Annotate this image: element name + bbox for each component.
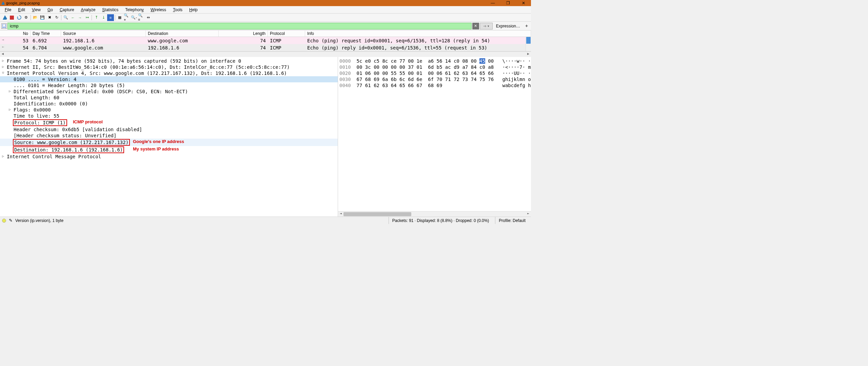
menu-statistics[interactable]: Statistics	[99, 7, 122, 13]
col-no[interactable]: No	[0, 30, 31, 37]
menu-tools[interactable]: Tools	[170, 7, 186, 13]
filter-apply-button[interactable]: ➔▾	[480, 23, 493, 29]
tree-item[interactable]: Time to live: 55	[0, 113, 338, 119]
menu-view[interactable]: View	[28, 7, 44, 13]
maximize-button[interactable]: ❐	[500, 0, 516, 6]
hex-row[interactable]: 0030 67 68 69 6a 6b 6c 6d 6e 6f 70 71 72…	[339, 76, 530, 82]
hex-row[interactable]: 0000 5c e0 c5 8c ce 77 00 1e a6 56 14 c0…	[339, 58, 530, 64]
display-filter-input[interactable]	[7, 23, 472, 29]
title-bar: google_ping.pcapng — ❐ ✕	[0, 0, 531, 6]
packet-row[interactable]: 70 7.700 192.168.1.6 www.google.com 74 I…	[0, 51, 531, 52]
col-time[interactable]: Day Time	[31, 30, 61, 37]
packet-details[interactable]: ▷Frame 54: 74 bytes on wire (592 bits), …	[0, 57, 338, 217]
tree-item[interactable]: ▽Internet Protocol Version 4, Src: www.g…	[0, 70, 338, 76]
highlight-box: Protocol: ICMP (1)	[13, 119, 67, 126]
start-capture-icon[interactable]	[1, 14, 8, 21]
toolbar: ⚙ 📂 💾 ✖ ↻ 🔍 ← → ↦ ⤒ ⤓ ≡ ▦ 🔍+ 🔍- 🔍= ⇔	[0, 14, 531, 22]
filter-clear-icon[interactable]: ✕	[472, 23, 479, 29]
menu-help[interactable]: Help	[186, 7, 201, 13]
menu-edit[interactable]: Edit	[15, 7, 28, 13]
status-bar: ✎ Version (ip.version), 1 byte Packets: …	[0, 217, 531, 224]
menu-wireless[interactable]: Wireless	[147, 7, 170, 13]
filter-expression-button[interactable]: Expression…	[493, 24, 523, 28]
menu-telephony[interactable]: Telephony	[122, 7, 147, 13]
tree-item[interactable]: Source: www.google.com (172.217.167.132)…	[0, 139, 338, 146]
filter-bookmark-icon[interactable]	[1, 23, 7, 29]
go-first-icon[interactable]: ⤒	[93, 14, 100, 21]
colorize-icon[interactable]: ▦	[116, 14, 123, 21]
zoom-out-icon[interactable]: 🔍-	[131, 14, 137, 21]
edit-icon[interactable]: ✎	[9, 218, 13, 223]
autoscroll-icon[interactable]: ≡	[107, 14, 114, 21]
annotation: Google's one IP address	[133, 139, 184, 144]
capture-options-icon[interactable]: ⚙	[23, 14, 29, 21]
col-destination[interactable]: Destination	[146, 30, 219, 37]
col-info[interactable]: Info	[305, 30, 531, 37]
open-file-icon[interactable]: 📂	[32, 14, 39, 21]
tree-item[interactable]: .... 0101 = Header Length: 20 bytes (5)	[0, 82, 338, 88]
expand-icon[interactable]: ▷	[2, 59, 4, 62]
packet-row[interactable]: 53 6.692 192.168.1.6 www.google.com 74 I…	[0, 37, 531, 44]
tree-item[interactable]: Identification: 0x0000 (0)	[0, 101, 338, 107]
restart-capture-icon[interactable]	[16, 14, 22, 21]
col-protocol[interactable]: Protocol	[268, 30, 305, 37]
status-profile[interactable]: Profile: Default	[495, 217, 529, 224]
annotation: My system IP address	[133, 146, 179, 151]
tree-item[interactable]: Destination: 192.168.1.6 (192.168.1.6)My…	[0, 146, 338, 154]
tree-item[interactable]: ▷Flags: 0x0000	[0, 107, 338, 113]
packet-list-scrollbar[interactable]	[526, 37, 531, 51]
col-source[interactable]: Source	[61, 30, 146, 37]
expert-info-icon[interactable]	[2, 219, 6, 223]
highlight-box: Destination: 192.168.1.6 (192.168.1.6)	[13, 146, 124, 153]
highlight-box: Source: www.google.com (172.217.167.132)	[13, 139, 130, 146]
packet-bytes[interactable]: 0000 5c e0 c5 8c ce 77 00 1e a6 56 14 c0…	[338, 57, 531, 217]
expand-icon[interactable]: ▷	[2, 65, 4, 68]
expand-icon[interactable]: ▷	[9, 107, 11, 111]
pkt-marker-icon: ←	[0, 45, 6, 49]
zoom-in-icon[interactable]: 🔍+	[123, 14, 130, 21]
hex-row[interactable]: 0020 01 06 00 00 55 55 00 01 00 06 61 62…	[339, 70, 530, 76]
tree-item[interactable]: Total Length: 60	[0, 95, 338, 101]
tree-item[interactable]: [Header checksum status: Unverified]	[0, 133, 338, 139]
tree-item[interactable]: ▷Differentiated Services Field: 0x00 (DS…	[0, 88, 338, 95]
svg-rect-0	[3, 15, 7, 20]
menu-bar: File Edit View Go Capture Analyze Statis…	[0, 6, 531, 14]
expand-icon[interactable]: ▷	[2, 154, 4, 158]
reload-icon[interactable]: ↻	[53, 14, 60, 21]
pkt-marker-icon: →	[0, 38, 6, 42]
packet-list[interactable]: No Day Time Source Destination Length Pr…	[0, 30, 531, 52]
save-file-icon[interactable]: 💾	[39, 14, 46, 21]
menu-file[interactable]: File	[1, 7, 15, 13]
tree-item[interactable]: ▷Internet Control Message Protocol	[0, 154, 338, 160]
tree-item[interactable]: Header checksum: 0x6db5 [validation disa…	[0, 126, 338, 133]
packet-list-hscroll[interactable]: ◄►	[0, 52, 531, 57]
close-button[interactable]: ✕	[516, 0, 531, 6]
go-back-icon[interactable]: ←	[70, 14, 76, 21]
hex-hscroll[interactable]: ◄►	[338, 211, 531, 217]
col-length[interactable]: Length	[219, 30, 268, 37]
menu-go[interactable]: Go	[44, 7, 56, 13]
tree-item[interactable]: ▷Ethernet II, Src: BestItWo_56:14:c0 (00…	[0, 64, 338, 70]
tree-item[interactable]: ▷Frame 54: 74 bytes on wire (592 bits), …	[0, 58, 338, 64]
hex-row[interactable]: 0040 77 61 62 63 64 65 66 67 68 69 wabcd…	[339, 82, 530, 88]
tree-item[interactable]: Protocol: ICMP (1)ICMP protocol	[0, 119, 338, 126]
menu-capture[interactable]: Capture	[56, 7, 78, 13]
app-icon	[1, 1, 5, 5]
expand-icon[interactable]: ▷	[9, 89, 11, 93]
go-forward-icon[interactable]: →	[77, 14, 83, 21]
tree-item[interactable]: 0100 .... = Version: 4	[0, 76, 338, 82]
resize-columns-icon[interactable]: ⇔	[145, 14, 152, 21]
annotation: ICMP protocol	[73, 119, 103, 124]
zoom-reset-icon[interactable]: 🔍=	[138, 14, 144, 21]
find-packet-icon[interactable]: 🔍	[62, 14, 69, 21]
jump-packet-icon[interactable]: ↦	[84, 14, 91, 21]
go-last-icon[interactable]: ⤓	[100, 14, 107, 21]
menu-analyze[interactable]: Analyze	[78, 7, 99, 13]
close-file-icon[interactable]: ✖	[46, 14, 53, 21]
packet-row[interactable]: 54 6.704 www.google.com 192.168.1.6 74 I…	[0, 44, 531, 51]
collapse-icon[interactable]: ▽	[2, 71, 4, 75]
minimize-button[interactable]: —	[485, 0, 500, 6]
hex-row[interactable]: 0010 00 3c 00 00 00 00 37 01 6d b5 ac d9…	[339, 64, 530, 70]
stop-capture-icon[interactable]	[8, 14, 15, 21]
filter-add-button[interactable]: +	[524, 23, 530, 29]
